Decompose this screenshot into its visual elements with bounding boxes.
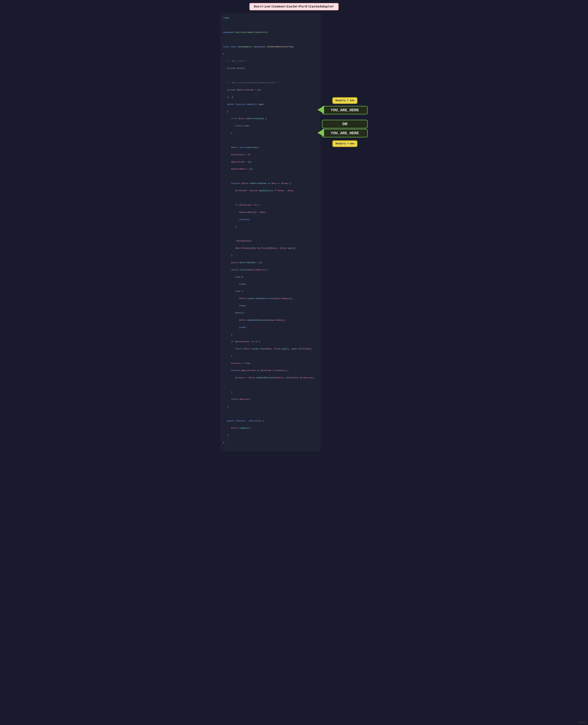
you-are-here-2-badge: YOU_ARE_HERE <box>322 129 368 137</box>
or-badge: OR <box>322 120 368 128</box>
arrow-left-1 <box>317 106 324 114</box>
you-are-here-1-badge: YOU_ARE_HERE <box>322 106 368 114</box>
annotations-panel: $expiry < now YOU_ARE_HERE OR <box>320 13 368 147</box>
expiry-lt-badge: $expiry < now <box>332 97 357 104</box>
seebug-logo: SeeBug <box>579 721 585 723</box>
svg-marker-0 <box>317 106 324 114</box>
code-panel: <?php namespace Doctrine\Common\Cache\Ps… <box>220 13 320 451</box>
expiry-gt-badge: $expiry > now <box>332 141 357 147</box>
arrow-left-2 <box>317 129 324 137</box>
title-badge: Doctrine\Common\Cache\Psr6\CacheAdapter <box>249 3 339 10</box>
svg-marker-1 <box>317 129 324 137</box>
